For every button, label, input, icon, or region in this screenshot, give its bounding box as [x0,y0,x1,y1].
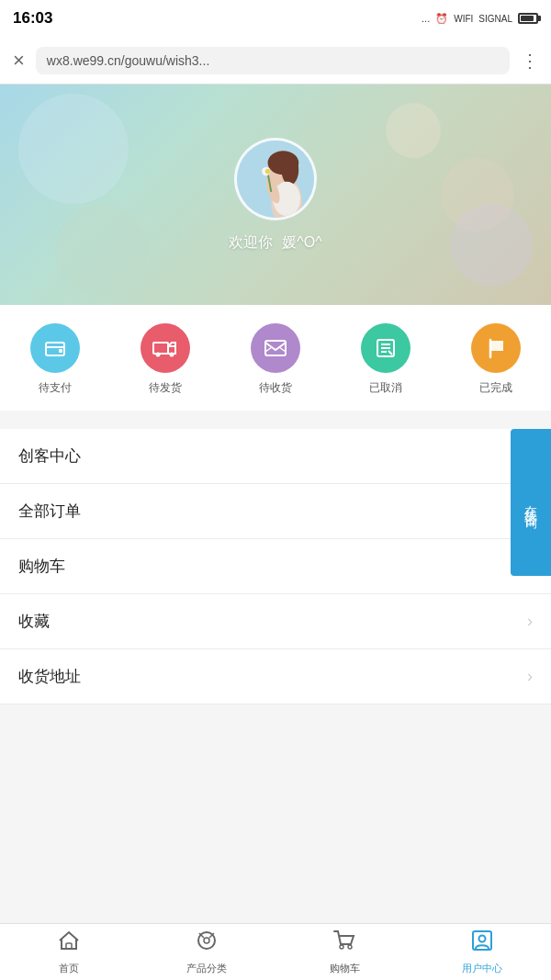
status-dots: ... [422,13,430,24]
bottom-nav: 首页 产品分类 购物车 [0,923,551,980]
menu-item-all-orders[interactable]: 全部订单 [0,484,551,539]
address-label: 收货地址 [18,666,81,687]
nav-cart[interactable]: 购物车 [276,924,413,980]
clock-icon: ⏰ [435,13,448,25]
nav-home-label: 首页 [59,962,79,975]
home-icon [57,929,81,958]
nav-home[interactable]: 首页 [0,924,138,980]
menu-item-creator-center[interactable]: 创客中心 [0,429,551,484]
menu-item-favorites[interactable]: 收藏 › [0,594,551,649]
favorites-label: 收藏 [18,611,50,632]
svg-point-15 [170,353,174,357]
avatar [234,138,317,220]
pending-pay-label: 待支付 [39,380,72,396]
order-item-cancelled[interactable]: 已取消 [361,323,410,396]
pending-ship-label: 待发货 [149,380,182,396]
cancelled-icon-bg [361,323,410,373]
status-right: ... ⏰ WIFI SIGNAL [422,13,538,25]
browser-bar: × wx8.we99.cn/gouwu/wish3... ⋮ [0,37,551,84]
close-button[interactable]: × [13,51,25,71]
online-consult-label: 在线咨询 [521,495,541,510]
nav-categories-label: 产品分类 [186,962,227,975]
svg-point-9 [265,168,271,174]
hero-text: 欢迎你 媛^O^ [229,233,321,253]
order-section: 待支付 待发货 [0,305,551,411]
menu-section: 在线咨询 创客中心 全部订单 购物车 › 收藏 › 收货地址 › [0,429,551,704]
chevron-favorites-icon: › [527,612,533,631]
menu-item-address[interactable]: 收货地址 › [0,649,551,704]
all-orders-label: 全部订单 [18,501,81,522]
bg-circle-3 [55,204,147,296]
bg-circle-1 [18,94,129,204]
url-bar[interactable]: wx8.we99.cn/gouwu/wish3... [36,47,510,74]
status-bar: 16:03 ... ⏰ WIFI SIGNAL [0,0,551,37]
order-icons: 待支付 待发货 [0,323,551,396]
order-item-pending-receive[interactable]: 待收货 [251,323,300,396]
nav-user-center-label: 用户中心 [462,962,502,975]
bg-circle-5 [450,204,533,287]
cart-label: 购物车 [18,556,65,577]
envelope-icon [263,335,288,361]
svg-point-14 [156,353,161,357]
svg-point-26 [204,938,209,943]
cart-nav-icon [332,929,356,958]
wifi-label: WIFI [454,14,473,24]
svg-line-18 [279,347,286,352]
order-item-completed[interactable]: 已完成 [471,323,521,396]
battery-icon [518,13,538,24]
svg-line-17 [265,347,272,352]
bg-circle-4 [386,103,441,158]
nav-cart-label: 购物车 [330,962,360,975]
order-item-pending-pay[interactable]: 待支付 [30,323,80,396]
svg-rect-13 [153,343,168,354]
divider [0,411,551,420]
chevron-address-icon: › [527,667,533,686]
pending-pay-icon-bg [30,323,80,373]
category-icon [195,929,219,958]
nav-categories[interactable]: 产品分类 [138,924,276,980]
cancelled-label: 已取消 [369,380,402,396]
hero-section: 欢迎你 媛^O^ [0,84,551,305]
welcome-text: 欢迎你 [229,233,273,253]
username-text: 媛^O^ [282,233,321,253]
browser-menu-button[interactable]: ⋮ [521,50,538,72]
signal-label: SIGNAL [478,14,512,24]
pending-ship-icon-bg [141,323,190,373]
completed-icon-bg [471,323,521,373]
creator-center-label: 创客中心 [18,445,81,467]
status-time: 16:03 [13,9,52,28]
user-center-icon [470,929,494,958]
pending-receive-label: 待收货 [259,380,292,396]
svg-point-27 [340,945,343,949]
wallet-icon [42,335,68,361]
order-item-pending-ship[interactable]: 待发货 [141,323,190,396]
svg-point-4 [282,153,299,185]
svg-point-28 [348,945,352,949]
svg-point-30 [479,936,486,942]
completed-label: 已完成 [479,380,512,396]
svg-rect-16 [265,341,286,355]
pending-receive-icon-bg [251,323,300,373]
flag-icon [483,335,509,361]
svg-rect-12 [59,349,62,353]
edit-cancel-icon [373,335,399,361]
menu-item-cart[interactable]: 购物车 › [0,539,551,594]
truck-icon [152,335,179,361]
nav-user-center[interactable]: 用户中心 [413,924,551,980]
online-consult-button[interactable]: 在线咨询 [511,429,551,576]
